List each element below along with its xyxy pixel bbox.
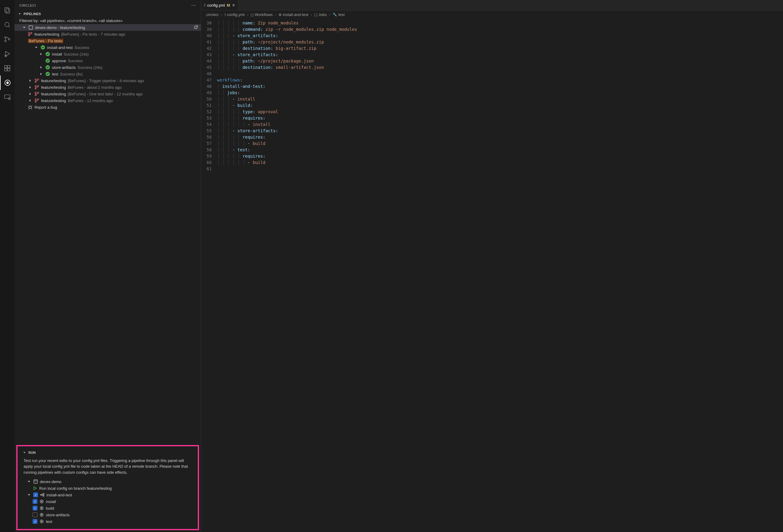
run-job-row[interactable]: test xyxy=(19,518,196,525)
svg-rect-12 xyxy=(7,65,10,68)
svg-point-30 xyxy=(35,88,36,89)
editor-tabs: ! config.yml M ✕ xyxy=(201,0,783,10)
breadcrumb-item[interactable]: ! config.yml xyxy=(225,12,245,17)
svg-point-31 xyxy=(37,86,39,87)
svg-point-34 xyxy=(37,92,39,93)
svg-point-14 xyxy=(7,82,8,84)
svg-point-27 xyxy=(35,81,36,83)
svg-point-36 xyxy=(35,101,36,102)
svg-marker-41 xyxy=(34,487,36,490)
code-editor[interactable]: 3839404142434445464748495051525354555657… xyxy=(201,19,783,532)
project-row[interactable]: devex-demo - feature/testing xyxy=(14,24,201,31)
source-control-icon[interactable] xyxy=(0,32,14,46)
job-checkbox[interactable] xyxy=(33,506,37,510)
svg-point-37 xyxy=(37,99,39,100)
external-link-icon[interactable] xyxy=(194,25,198,31)
search-icon[interactable] xyxy=(0,18,14,32)
svg-rect-10 xyxy=(4,68,7,71)
remote-icon[interactable] xyxy=(0,90,14,104)
svg-point-42 xyxy=(40,494,42,496)
job-row[interactable]: store-artifactsSuccess (24s) xyxy=(14,64,201,71)
circleci-icon[interactable] xyxy=(0,75,14,90)
pipeline-highlight: BeFunes - Fix tests xyxy=(14,37,201,44)
breadcrumb-item[interactable]: [ ] Workflows xyxy=(251,12,273,17)
breadcrumb-item[interactable]: ⊞ install-and-test xyxy=(279,12,308,17)
svg-rect-17 xyxy=(29,26,33,29)
job-checkbox[interactable] xyxy=(33,499,37,504)
svg-point-48 xyxy=(41,508,42,509)
svg-rect-39 xyxy=(34,480,37,483)
svg-rect-11 xyxy=(7,68,10,71)
svg-point-33 xyxy=(35,94,36,96)
svg-rect-0 xyxy=(5,7,8,12)
svg-point-26 xyxy=(35,79,36,80)
filter-text: Filtered by: «all pipelines», «current b… xyxy=(14,17,201,24)
svg-point-28 xyxy=(37,79,39,80)
svg-point-20 xyxy=(31,32,32,33)
close-icon[interactable]: ✕ xyxy=(232,3,235,7)
editor: ! config.yml M ✕ .circleci›! config.yml›… xyxy=(201,0,783,532)
pipeline-row[interactable]: feature/testing[BeFunes] - Trigger pipel… xyxy=(14,77,201,84)
job-checkbox[interactable] xyxy=(33,512,37,517)
svg-rect-1 xyxy=(6,9,10,13)
run-action-row[interactable]: Run local config on branch feature/testi… xyxy=(19,485,196,492)
svg-rect-9 xyxy=(4,65,7,68)
run-debug-icon[interactable] xyxy=(0,46,14,61)
job-row[interactable]: testSuccess (8s) xyxy=(14,71,201,77)
pipeline-row[interactable]: feature/testing [BeFunes] - Fix tests - … xyxy=(14,31,201,37)
svg-marker-7 xyxy=(5,51,10,56)
svg-point-19 xyxy=(28,35,30,36)
breadcrumb-item[interactable]: 🔧 test xyxy=(333,12,345,17)
tab-config-yml[interactable]: ! config.yml M ✕ xyxy=(201,0,239,10)
run-description: Test run your recent edits to your confi… xyxy=(19,456,196,478)
run-job-row[interactable]: install xyxy=(19,498,196,505)
job-row[interactable]: installSuccess (14s) xyxy=(14,51,201,57)
explorer-icon[interactable] xyxy=(0,3,14,18)
run-job-row[interactable]: build xyxy=(19,505,196,511)
svg-point-35 xyxy=(35,99,36,100)
run-panel: RUN Test run your recent edits to your c… xyxy=(16,445,199,531)
more-icon[interactable]: ⋯ xyxy=(191,2,196,8)
breadcrumb-item[interactable]: [ ] Jobs xyxy=(314,12,327,17)
run-workflow-row[interactable]: install-and-test xyxy=(19,492,196,498)
breadcrumbs[interactable]: .circleci›! config.yml›[ ] Workflows›⊞ i… xyxy=(201,10,783,19)
breadcrumb-item[interactable]: .circleci xyxy=(205,12,218,17)
svg-point-4 xyxy=(5,37,6,38)
run-section-header[interactable]: RUN xyxy=(19,449,196,456)
pipelines-tree: devex-demo - feature/testing feature/tes… xyxy=(14,24,201,113)
sidebar: CIRCLECI ⋯ PIPELINES Filtered by: «all p… xyxy=(14,0,201,532)
svg-point-43 xyxy=(43,493,44,495)
svg-point-5 xyxy=(5,40,6,42)
job-row[interactable]: approveSuccess xyxy=(14,57,201,64)
svg-line-3 xyxy=(8,26,10,28)
svg-point-38 xyxy=(29,106,31,109)
pipeline-row[interactable]: feature/testingBeFunes - about 2 months … xyxy=(14,84,201,91)
job-checkbox[interactable] xyxy=(33,519,37,524)
run-job-row[interactable]: store-artifacts xyxy=(19,511,196,518)
svg-point-52 xyxy=(41,521,42,522)
svg-point-29 xyxy=(35,86,36,87)
svg-point-2 xyxy=(5,22,9,27)
svg-point-16 xyxy=(8,98,10,100)
pipeline-row[interactable]: feature/testing[BeFunes] - One test fail… xyxy=(14,91,201,97)
pipeline-row[interactable]: feature/testingBeFunes - 12 months ago xyxy=(14,97,201,104)
yaml-icon: ! xyxy=(204,3,205,7)
svg-point-50 xyxy=(41,514,42,515)
workflow-checkbox[interactable] xyxy=(33,493,38,497)
svg-point-46 xyxy=(41,501,42,502)
svg-point-44 xyxy=(43,495,44,496)
run-project-row[interactable]: devex-demo xyxy=(19,478,196,485)
svg-point-6 xyxy=(8,39,10,40)
workflow-row[interactable]: install-and-test Success xyxy=(14,44,201,51)
report-bug-row[interactable]: Report a bug xyxy=(14,104,201,111)
svg-point-32 xyxy=(35,92,36,93)
sidebar-title: CIRCLECI xyxy=(19,4,36,7)
svg-point-18 xyxy=(28,32,30,33)
pipelines-section-header[interactable]: PIPELINES xyxy=(14,10,201,17)
extensions-icon[interactable] xyxy=(0,61,14,75)
activity-bar xyxy=(0,0,14,532)
